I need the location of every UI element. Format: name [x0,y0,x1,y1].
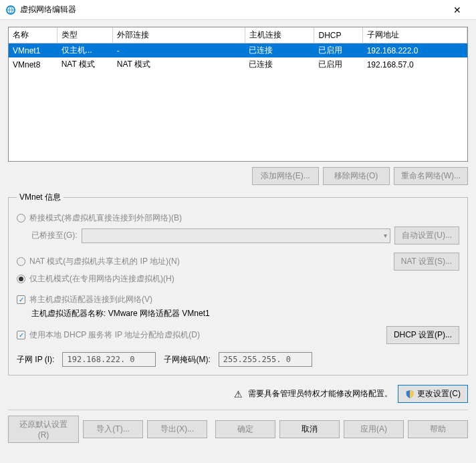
nat-radio [17,257,25,266]
help-button[interactable]: 帮助 [408,420,468,438]
adapter-name-label: 主机虚拟适配器名称: VMware 网络适配器 VMnet1 [31,308,210,319]
restore-defaults-button[interactable]: 还原默认设置(R) [8,416,79,443]
table-cell: 仅主机... [57,43,113,58]
bridge-radio [17,214,25,222]
hostonly-label: 仅主机模式(在专用网络内连接虚拟机)(H) [29,273,174,285]
use-dhcp-checkbox [17,331,25,339]
ok-button[interactable]: 确定 [215,420,275,438]
add-network-button[interactable]: 添加网络(E)... [252,167,319,185]
table-cell: 已启用 [314,57,363,71]
table-row[interactable]: VMnet8NAT 模式NAT 模式已连接已启用192.168.57.0 [9,57,467,71]
admin-message: 需要具备管理员特权才能修改网络配置。 [248,388,392,400]
change-settings-button[interactable]: 更改设置(C) [398,385,468,403]
connect-host-checkbox [17,295,25,304]
shield-icon [405,390,414,399]
app-icon [5,5,16,15]
column-header[interactable]: DHCP [314,27,363,43]
use-dhcp-label: 使用本地 DHCP 服务将 IP 地址分配给虚拟机(D) [29,329,200,341]
vmnet-info-legend: VMnet 信息 [17,192,64,203]
connect-host-label: 将主机虚拟适配器连接到此网络(V) [29,294,152,305]
table-cell: 已连接 [245,43,314,58]
table-cell: VMnet8 [9,57,57,71]
table-cell: 已连接 [245,57,314,71]
rename-network-button[interactable]: 重命名网络(W)... [394,167,468,185]
column-header[interactable]: 名称 [9,27,57,43]
export-button[interactable]: 导出(X)... [147,420,207,438]
column-header[interactable]: 类型 [57,27,113,43]
titlebar: 虚拟网络编辑器 ✕ [0,0,476,20]
remove-network-button[interactable]: 移除网络(O) [323,167,390,185]
hostonly-radio [17,275,25,283]
column-header[interactable]: 主机连接 [245,27,314,43]
subnet-mask-input[interactable] [219,352,312,367]
dhcp-settings-button[interactable]: DHCP 设置(P)... [386,326,459,344]
vmnet-info-group: VMnet 信息 桥接模式(将虚拟机直接连接到外部网络)(B) 已桥接至(G):… [8,192,468,375]
import-button[interactable]: 导入(T)... [83,420,143,438]
table-cell: - [113,43,245,58]
close-icon[interactable]: ✕ [444,5,471,15]
warning-icon: ⚠ [234,389,243,400]
table-cell: NAT 模式 [113,57,245,71]
subnet-ip-label: 子网 IP (I): [17,354,54,365]
table-cell: VMnet1 [9,43,57,58]
column-header[interactable]: 子网地址 [363,27,467,43]
subnet-ip-input[interactable] [62,352,156,367]
cancel-button[interactable]: 取消 [279,420,340,438]
network-table[interactable]: 名称类型外部连接主机连接DHCP子网地址 VMnet1仅主机...-已连接已启用… [8,27,468,162]
subnet-mask-label: 子网掩码(M): [164,354,210,365]
window-title: 虚拟网络编辑器 [20,4,444,15]
column-header[interactable]: 外部连接 [113,27,245,43]
bridged-to-label: 已桥接至(G): [31,230,78,241]
nat-label: NAT 模式(与虚拟机共享主机的 IP 地址)(N) [29,256,180,267]
apply-button[interactable]: 应用(A) [344,420,404,438]
table-cell: 已启用 [314,43,363,58]
auto-settings-button[interactable]: 自动设置(U)... [394,226,459,245]
table-cell: NAT 模式 [57,57,113,71]
table-cell: 192.168.57.0 [363,57,467,71]
nat-settings-button[interactable]: NAT 设置(S)... [394,253,459,271]
table-row[interactable]: VMnet1仅主机...-已连接已启用192.168.222.0 [9,43,467,58]
bridged-to-select [82,228,391,243]
bridge-label: 桥接模式(将虚拟机直接连接到外部网络)(B) [29,212,182,224]
table-cell: 192.168.222.0 [363,43,467,58]
